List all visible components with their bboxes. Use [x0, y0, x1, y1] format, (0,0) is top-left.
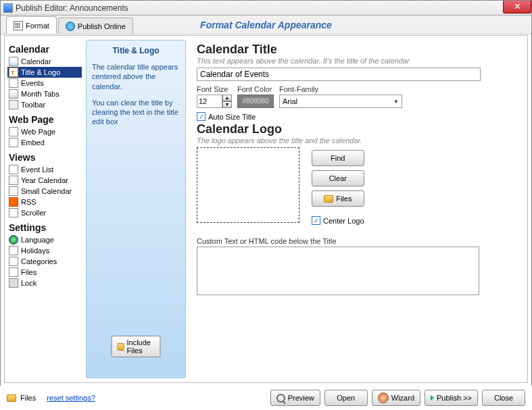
sidebar-item-small-calendar[interactable]: Small Calendar — [7, 186, 82, 197]
footer-bar: Files reset settings? Preview Open Wizar… — [0, 386, 532, 410]
fontcolor-label: Font Color — [237, 85, 274, 93]
sidebar-item-year-calendar[interactable]: Year Calendar — [7, 175, 82, 186]
sidebar-group-calendar: Calendar — [9, 44, 82, 55]
sidebar-item-rss[interactable]: RSS — [7, 197, 82, 207]
calendar-icon — [9, 57, 18, 66]
fontsize-up-button[interactable]: ▲ — [222, 95, 232, 101]
wizard-button[interactable]: Wizard — [372, 390, 420, 406]
sidebar-item-events[interactable]: Events — [7, 78, 82, 88]
event-list-icon — [9, 165, 18, 174]
clear-button[interactable]: Clear — [312, 170, 364, 186]
title-logo-icon — [9, 68, 18, 77]
month-tabs-icon — [9, 89, 18, 99]
calendar-title-sub: This text appears above the calendar. It… — [197, 57, 518, 65]
sidebar-item-calendar[interactable]: Calendar — [7, 56, 82, 67]
footer-files-link[interactable]: Files — [20, 394, 36, 402]
fontfamily-dropdown[interactable]: Arial ▼ — [279, 95, 402, 108]
app-icon — [3, 3, 13, 13]
sidebar-item-embed[interactable]: Embed — [7, 137, 82, 148]
titlebar: Publish Editor: Announcements ✕ — [1, 1, 531, 16]
autosize-checkbox[interactable]: ✓ — [197, 112, 205, 121]
globe-icon — [66, 22, 75, 31]
fontsize-spinner[interactable]: ▲ ▼ — [197, 95, 232, 108]
sidebar-item-title-logo[interactable]: Title & Logo — [7, 67, 82, 78]
small-calendar-icon — [9, 186, 18, 196]
custom-text-input[interactable] — [197, 247, 479, 295]
sidebar-item-event-list[interactable]: Event List — [7, 164, 82, 175]
sidebar-item-lock[interactable]: Lock — [7, 278, 82, 288]
publish-button[interactable]: Publish >> — [425, 390, 478, 406]
folder-icon — [118, 343, 124, 351]
year-calendar-icon — [9, 176, 18, 185]
sidebar-group-webpage: Web Page — [9, 114, 82, 125]
tab-bar: Format Publish Online Format Calendar Ap… — [1, 16, 531, 34]
sidebar-item-categories[interactable]: Categories — [7, 256, 82, 267]
reset-settings-link[interactable]: reset settings? — [47, 394, 95, 402]
autosize-label: Auto Size Title — [208, 113, 256, 121]
window-title: Publish Editor: Announcements — [16, 3, 128, 13]
calendar-title-input[interactable] — [197, 68, 481, 81]
categories-icon — [9, 257, 18, 266]
language-icon — [9, 235, 18, 245]
sidebar-item-files[interactable]: Files — [7, 267, 82, 278]
sidebar-group-settings: Settings — [9, 222, 82, 233]
folder-icon — [324, 195, 333, 203]
webpage-icon — [9, 127, 18, 136]
logo-dropzone[interactable] — [197, 147, 299, 223]
holidays-icon — [9, 246, 18, 255]
sidebar-item-holidays[interactable]: Holidays — [7, 245, 82, 256]
info-title: Title & Logo — [92, 46, 180, 55]
calendar-logo-heading: Calendar Logo — [197, 122, 518, 136]
wizard-icon — [378, 392, 389, 403]
sidebar-item-language[interactable]: Language — [7, 234, 82, 245]
lock-icon — [9, 278, 18, 288]
sidebar-item-webpage[interactable]: Web Page — [7, 126, 82, 137]
tab-format[interactable]: Format — [6, 16, 57, 34]
main-panel: Calendar Title This text appears above t… — [187, 36, 527, 382]
embed-icon — [9, 138, 18, 147]
close-button[interactable]: Close — [482, 390, 525, 406]
fontsize-input[interactable] — [197, 95, 222, 108]
chevron-down-icon: ▼ — [393, 99, 399, 105]
close-window-button[interactable]: ✕ — [503, 1, 531, 14]
fontfamily-value: Arial — [283, 97, 297, 105]
toolbar-icon — [9, 100, 18, 109]
custom-text-label: Custom Text or HTML code below the Title — [197, 237, 518, 245]
info-text-1: The calendar title appears centered abov… — [92, 62, 180, 91]
calendar-title-heading: Calendar Title — [197, 43, 518, 57]
files-button[interactable]: Files — [312, 190, 364, 207]
files-icon — [9, 267, 18, 277]
scroller-icon — [9, 208, 18, 217]
rss-icon — [9, 197, 18, 207]
calendar-logo-sub: The logo appears above the title and the… — [197, 136, 518, 145]
sidebar-item-scroller[interactable]: Scroller — [7, 207, 82, 218]
folder-icon — [7, 394, 16, 402]
fontcolor-picker[interactable]: #808080 — [237, 95, 274, 108]
sidebar-group-views: Views — [9, 152, 82, 163]
tab-publish-label: Publish Online — [78, 22, 126, 30]
sidebar: Calendar Calendar Title & Logo Events Mo… — [5, 36, 84, 382]
centerlogo-checkbox[interactable]: ✓ — [312, 216, 320, 225]
open-button[interactable]: Open — [324, 390, 368, 406]
sidebar-item-month-tabs[interactable]: Month Tabs — [7, 88, 82, 99]
play-icon — [431, 395, 434, 401]
events-icon — [9, 78, 18, 88]
sidebar-item-toolbar[interactable]: Toolbar — [7, 99, 82, 110]
body-area: Calendar Calendar Title & Logo Events Mo… — [4, 35, 528, 383]
info-text-2: You can clear the title by clearing the … — [92, 98, 180, 127]
fontsize-label: Font Size — [197, 85, 232, 93]
include-files-button[interactable]: Include Files — [112, 336, 161, 357]
search-icon — [276, 394, 285, 403]
fontfamily-label: Font-Family — [279, 85, 402, 93]
find-button[interactable]: Find — [312, 150, 364, 166]
format-icon — [14, 21, 23, 30]
tab-format-label: Format — [26, 22, 49, 30]
preview-button[interactable]: Preview — [270, 390, 320, 406]
info-panel: Title & Logo The calendar title appears … — [86, 40, 186, 378]
tab-publish-online[interactable]: Publish Online — [58, 18, 133, 34]
centerlogo-label: Center Logo — [323, 217, 364, 225]
fontsize-down-button[interactable]: ▼ — [222, 101, 232, 108]
